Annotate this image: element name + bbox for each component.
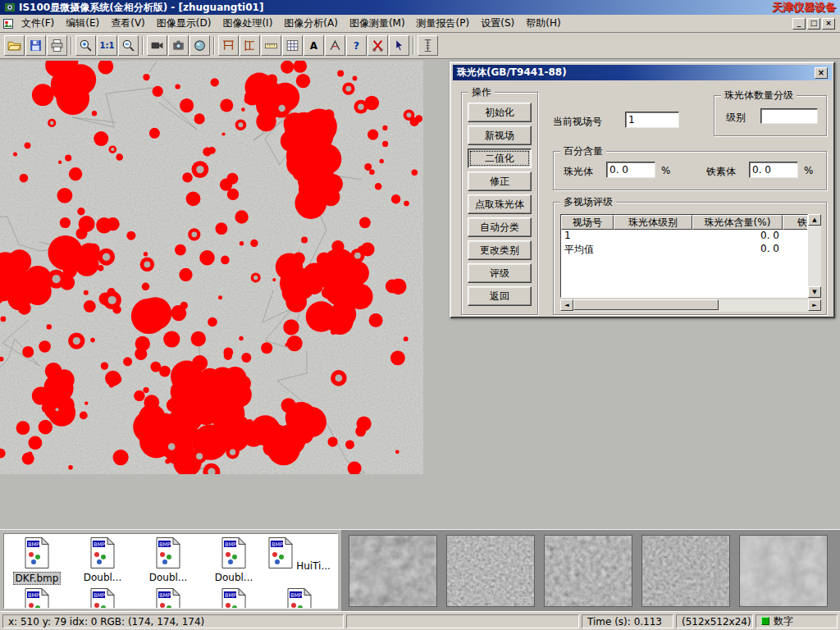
grid-button[interactable] (282, 35, 303, 56)
svg-text:BMP: BMP (28, 541, 39, 548)
child-restore-button[interactable]: □ (807, 18, 820, 30)
zoom-out-button[interactable] (118, 35, 139, 56)
return-button[interactable]: 返回 (468, 286, 532, 306)
table-vscrollbar[interactable]: ▲ ▼ (808, 214, 821, 298)
file-item[interactable]: BMP (267, 585, 332, 609)
ferrite-input[interactable] (749, 162, 798, 178)
binarize-button[interactable]: 二值化 (468, 148, 532, 168)
menu-item[interactable]: 设置(S) (475, 14, 520, 33)
micrograph-image[interactable] (0, 61, 423, 474)
cut-icon (371, 39, 385, 52)
print-button[interactable] (47, 35, 67, 56)
menu-item[interactable]: 查看(V) (105, 14, 151, 33)
thumbnail[interactable] (641, 535, 730, 607)
menu-item[interactable]: 测量报告(P) (411, 14, 476, 33)
file-item[interactable]: BMP (135, 585, 201, 609)
file-item[interactable]: BMPDoubl... (135, 534, 201, 585)
angle-button[interactable] (325, 35, 345, 56)
svg-text:BMP: BMP (290, 592, 302, 599)
correct-button[interactable]: 修正 (468, 171, 532, 191)
svg-text:BMP: BMP (225, 592, 236, 599)
scroll-right-button[interactable]: ► (808, 299, 821, 311)
dialog-titlebar[interactable]: 珠光体(GB/T9441-88) × (453, 65, 832, 80)
file-item[interactable]: BMP (4, 585, 70, 609)
actual-size-icon: 1:1 (100, 41, 115, 50)
file-item[interactable]: BMP (70, 585, 135, 609)
menu-item[interactable]: 编辑(E) (60, 14, 105, 33)
child-close-button[interactable]: × (822, 18, 835, 30)
menu-item[interactable]: 图像分析(A) (278, 14, 344, 33)
table-row[interactable]: 平均值0. 0 (561, 243, 808, 256)
menu-item[interactable]: 图像处理(I) (217, 14, 278, 33)
pointer-button[interactable] (389, 35, 409, 56)
current-view-input[interactable] (625, 112, 679, 128)
text-button[interactable]: A (304, 35, 324, 56)
zoom-in-button[interactable] (75, 35, 96, 56)
pick-pearlite-button[interactable]: 点取珠光体 (468, 194, 532, 214)
scroll-left-button[interactable]: ◄ (560, 299, 573, 311)
snapshot-button[interactable] (168, 35, 189, 56)
pointer-icon (392, 39, 406, 52)
svg-text:BMP: BMP (28, 592, 39, 599)
actual-size-button[interactable]: 1:1 (97, 35, 117, 56)
rate-button[interactable]: 评级 (468, 263, 532, 283)
caliper-h-button[interactable] (218, 35, 239, 56)
scale-icon (264, 39, 278, 52)
thumbnail[interactable] (446, 535, 535, 607)
thumbnail[interactable] (739, 535, 828, 607)
operations-group-label: 操作 (468, 86, 495, 98)
menu-item[interactable]: 文件(F) (16, 14, 60, 33)
caliper-h-icon (221, 39, 235, 52)
digital-indicator-icon (761, 617, 769, 625)
menu-item[interactable]: 图像显示(D) (151, 14, 217, 33)
hscroll-thumb[interactable] (573, 299, 719, 310)
rating-table[interactable]: 视场号珠光体级别珠光体含量(%)铁素 10. 0平均值0. 0 (560, 214, 808, 298)
init-button[interactable]: 初始化 (468, 103, 532, 122)
svg-text:BMP: BMP (272, 541, 283, 548)
svg-text:BMP: BMP (94, 541, 105, 548)
open-icon (7, 39, 21, 52)
svg-text:BMP: BMP (159, 592, 171, 599)
menu-item[interactable]: 帮助(H) (520, 14, 566, 33)
scroll-up-button[interactable]: ▲ (808, 214, 821, 226)
pearlite-input[interactable] (606, 162, 655, 178)
file-item[interactable]: BMPDKF.bmp (4, 534, 70, 585)
hscroll-track[interactable] (573, 299, 808, 312)
file-item[interactable]: BMPDoubl... (201, 534, 267, 585)
file-item[interactable]: BMPDoubl... (70, 534, 135, 585)
caliper-v-button[interactable] (240, 35, 260, 56)
table-hscrollbar[interactable]: ◄ ► (560, 299, 821, 312)
table-row[interactable]: 10. 0 (561, 230, 808, 243)
scale-button[interactable] (261, 35, 281, 56)
menu-item[interactable]: 图像测量(M) (344, 14, 411, 33)
file-label: Doubl... (213, 572, 255, 583)
snapshot-icon (171, 39, 185, 52)
thumbnail[interactable] (349, 535, 437, 607)
table-cell: 0. 0 (692, 243, 783, 256)
help-button[interactable]: ? (346, 35, 367, 56)
ruler-button[interactable] (418, 35, 438, 56)
auto-classify-button[interactable]: 自动分类 (468, 217, 532, 237)
video-button[interactable] (147, 35, 167, 56)
workspace: 珠光体(GB/T9441-88) × 操作 初始化新视场二值化修正点取珠光体自动… (0, 59, 840, 529)
change-class-button[interactable]: 更改类别 (468, 240, 532, 260)
file-item[interactable]: BMPHuiTi... (267, 534, 332, 585)
grade-input[interactable] (760, 108, 818, 124)
lens-button[interactable] (189, 35, 210, 56)
open-button[interactable] (4, 35, 25, 56)
save-button[interactable] (25, 35, 46, 56)
grid-icon (285, 39, 299, 52)
thumbnail[interactable] (544, 535, 632, 607)
file-item[interactable]: BMP (201, 585, 267, 609)
titlebar: IS100显微摄像系统(金相分析版) - [zhuguangti01] 天津仪器… (0, 0, 840, 15)
dialog-title: 珠光体(GB/T9441-88) (457, 66, 567, 80)
percent-sign: % (661, 165, 670, 176)
child-minimize-button[interactable]: _ (792, 18, 806, 30)
dialog-close-button[interactable]: × (815, 67, 828, 79)
file-label: DKF.bmp (13, 572, 62, 585)
cut-button[interactable] (368, 35, 388, 56)
scroll-down-button[interactable]: ▼ (808, 286, 821, 298)
ruler-icon (421, 39, 435, 52)
vscroll-track[interactable] (808, 226, 821, 286)
new-field-button[interactable]: 新视场 (468, 126, 532, 145)
